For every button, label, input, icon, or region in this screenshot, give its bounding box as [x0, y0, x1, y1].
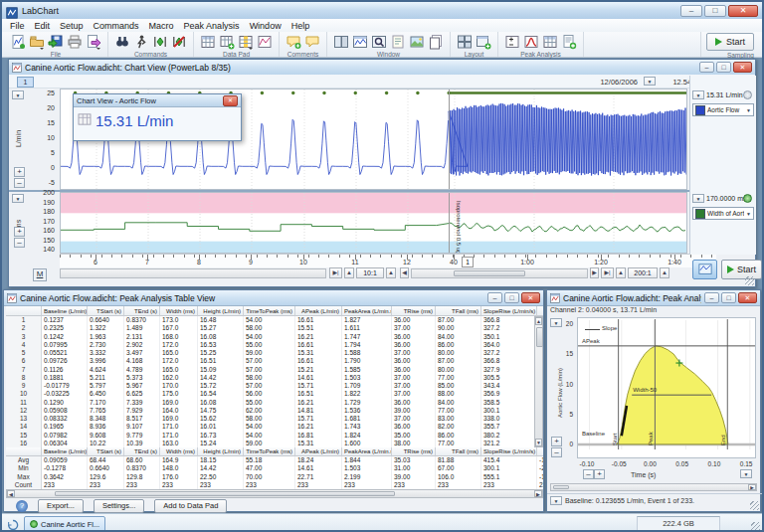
table-row[interactable]: 20.23251.3221.489167.015.2758.0015.511.6… — [6, 324, 543, 332]
table-row[interactable]: 80.18815.2115.373162.014.4258.0014.611.5… — [6, 374, 543, 382]
table-minimize-button[interactable]: – — [487, 292, 502, 303]
table-row[interactable]: 150.079829.6089.779171.016.7354.0016.811… — [6, 432, 543, 440]
minichart-icon[interactable] — [256, 33, 274, 50]
left-expand-button[interactable]: ▲ — [386, 267, 396, 278]
peak-resize-grip[interactable] — [750, 501, 759, 510]
layout-tile-icon[interactable] — [456, 33, 474, 50]
peak-event-dropdown[interactable]: ▼ — [550, 496, 562, 505]
chart-maximize-button[interactable]: □ — [716, 62, 731, 73]
find-icon[interactable] — [113, 33, 131, 50]
table-row[interactable]: 70.11264.6244.789165.015.0957.0015.211.5… — [6, 366, 543, 374]
comment-add-icon[interactable] — [285, 33, 302, 50]
tooltip-close-button[interactable]: ✕ — [223, 95, 238, 106]
channel2-selector[interactable]: Width of Aortic... ▼ — [692, 207, 754, 220]
value-tooltip-window[interactable]: Chart View - Aortic Flow ✕ 15.31 L/min — [73, 93, 242, 141]
peak-scroll-right-arrow[interactable]: ▶ — [748, 484, 756, 490]
channel2-info-icon[interactable] — [743, 194, 752, 203]
chart-window-titlebar[interactable]: Canine Aortic Flow.adicht: Chart View (P… — [9, 60, 755, 76]
export-button[interactable]: Export... — [38, 499, 84, 513]
table-row[interactable]: 110.12907.1707.339169.016.0855.0016.211.… — [6, 399, 543, 407]
table-scroll-up-arrow[interactable]: ▲ — [535, 317, 542, 325]
pa-chart-icon[interactable] — [522, 33, 540, 50]
close-button[interactable]: ✕ — [728, 5, 758, 17]
right-scroll-right-arrow[interactable]: ▶ — [590, 267, 599, 278]
table-vscrollbar[interactable]: ▲ ▼ — [534, 316, 543, 447]
pa-report-icon[interactable] — [560, 33, 578, 50]
table-vscroll-thumb[interactable] — [536, 327, 543, 347]
tile-icon[interactable] — [332, 33, 350, 50]
block-marker-chip[interactable]: 1 — [17, 77, 34, 88]
channel2-value-dropdown[interactable]: ▼ — [692, 194, 704, 203]
save-icon[interactable] — [47, 33, 65, 50]
left-scroll-mode-button[interactable]: ▶| — [329, 267, 342, 278]
sampling-start-button[interactable]: Start — [706, 33, 754, 51]
peak-close-button[interactable]: ✕ — [738, 292, 757, 303]
print-icon[interactable] — [66, 33, 84, 50]
channel1-selector[interactable]: Aortic Flow ▼ — [692, 103, 754, 116]
menu-window[interactable]: Window — [245, 21, 286, 31]
help-icon[interactable]: ? — [16, 500, 28, 512]
right-scroll-mode-button[interactable]: ▶| — [601, 267, 614, 278]
peak-maximize-button[interactable]: □ — [721, 292, 736, 303]
peak-hscrollbar[interactable]: ▶ — [550, 483, 757, 491]
channel2-plot-area[interactable]: Isoproterenol 0.5 ug/kg — [60, 192, 687, 254]
taskbar-document-tab[interactable]: Canine Aortic Fl... — [24, 516, 105, 532]
table-scroll-right-arrow[interactable]: ▶ — [534, 490, 542, 497]
right-hscrollbar-thumb[interactable] — [454, 270, 525, 276]
menu-edit[interactable]: Edit — [30, 21, 56, 31]
table-row[interactable]: 120.059087.7657.929164.014.7562.0014.811… — [6, 407, 543, 415]
peak-xzoom-out-button[interactable]: – — [583, 469, 594, 479]
app-resize-grip[interactable] — [751, 522, 760, 531]
copy-window-icon[interactable] — [427, 33, 445, 50]
table-close-button[interactable]: ✕ — [521, 292, 540, 303]
menu-macro[interactable]: Macro — [144, 21, 179, 31]
peak-hscroll-thumb[interactable] — [553, 485, 569, 489]
table-maximize-button[interactable]: □ — [504, 292, 519, 303]
peak-window-titlebar[interactable]: Canine Aortic Flow.adicht: Peak Analysis… — [547, 290, 760, 306]
table-row[interactable]: 10.12370.66400.8370173.016.4854.0016.611… — [6, 316, 543, 324]
zoom-window-icon[interactable] — [370, 33, 388, 50]
comment-marker-chip[interactable]: 1 — [462, 257, 474, 267]
table-scroll-down-arrow[interactable]: ▼ — [535, 439, 542, 446]
channel1-scale-dropdown[interactable]: ▼ — [12, 90, 24, 99]
clear-mark-icon[interactable] — [170, 33, 188, 50]
datapad-view-icon[interactable] — [199, 33, 217, 50]
table-row[interactable]: 60.097263.9964.168172.016.5157.0016.611.… — [6, 357, 543, 365]
channel2-scale-dropdown[interactable]: ▼ — [12, 194, 24, 203]
table-row[interactable]: 9-0.017795.7975.967170.015.7257.0015.711… — [6, 382, 543, 390]
comment-icon[interactable] — [303, 33, 321, 50]
monitor-icon[interactable] — [7, 517, 19, 532]
table-row[interactable]: 10-0.032256.4506.625175.016.5456.0016.51… — [6, 390, 543, 398]
chart-window-icon[interactable] — [351, 33, 369, 50]
channel1-zoom-out-button[interactable]: – — [14, 178, 25, 188]
table-row[interactable]: 160.0630410.2210.39163.015.2459.0015.311… — [6, 440, 543, 447]
table-row[interactable]: 30.12421.9632.131168.016.0854.0016.211.7… — [6, 333, 543, 341]
channel1-info-icon[interactable] — [743, 90, 752, 99]
right-scroll-left-arrow[interactable]: ◀ — [400, 267, 409, 278]
left-ratio-button[interactable]: 10:1 — [356, 267, 384, 278]
open-icon[interactable] — [28, 33, 46, 50]
table-row[interactable]: 40.079952.7302.902172.016.5355.0016.611.… — [6, 341, 543, 349]
peak-xzoom-in-button[interactable]: + — [594, 469, 605, 479]
minimize-button[interactable]: – — [680, 5, 702, 17]
channel2-zoom-out-button[interactable]: – — [14, 238, 25, 248]
right-hscrollbar[interactable] — [411, 268, 588, 278]
pa-values-icon[interactable] — [503, 33, 521, 50]
right-compress-button[interactable]: ▲ — [616, 267, 626, 278]
layout-new-icon[interactable] — [475, 33, 492, 50]
notes-window-icon[interactable] — [389, 33, 407, 50]
table-row[interactable]: 50.055213.3323.497165.015.2559.0015.311.… — [6, 349, 543, 357]
new-chart-icon[interactable] — [9, 33, 27, 50]
chart-minimize-button[interactable]: – — [699, 62, 714, 73]
menu-setup[interactable]: Setup — [55, 21, 89, 31]
menu-commands[interactable]: Commands — [89, 21, 144, 31]
peak-axis-dropdown[interactable]: ▼ — [740, 469, 752, 478]
chart-resize-grip[interactable] — [745, 276, 754, 285]
marker-dock[interactable]: M — [33, 268, 47, 281]
datapad-add-icon[interactable] — [218, 33, 236, 50]
time-display-dropdown[interactable]: ▼ — [644, 77, 656, 86]
macro-icon[interactable] — [132, 33, 150, 50]
menu-help[interactable]: Help — [286, 21, 315, 31]
table-window-titlebar[interactable]: Canine Aortic Flow.adicht: Peak Analysis… — [4, 290, 543, 306]
right-ratio-button[interactable]: 200:1 — [628, 267, 658, 278]
